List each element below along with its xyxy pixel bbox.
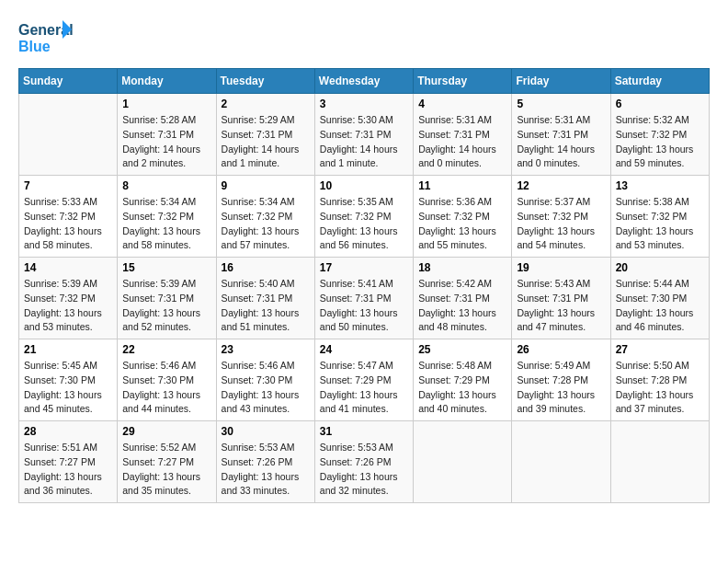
day-info: Sunrise: 5:34 AM Sunset: 7:32 PM Dayligh…: [222, 195, 310, 253]
weekday-header-friday: Friday: [512, 69, 610, 94]
calendar-cell: 9Sunrise: 5:34 AM Sunset: 7:32 PM Daylig…: [216, 176, 314, 258]
weekday-header-tuesday: Tuesday: [216, 69, 314, 94]
day-info: Sunrise: 5:53 AM Sunset: 7:26 PM Dayligh…: [222, 441, 310, 499]
day-number: 8: [122, 179, 210, 192]
day-number: 16: [222, 261, 310, 274]
day-info: Sunrise: 5:47 AM Sunset: 7:29 PM Dayligh…: [320, 359, 408, 417]
day-number: 15: [122, 261, 210, 274]
day-info: Sunrise: 5:53 AM Sunset: 7:26 PM Dayligh…: [320, 441, 408, 499]
calendar-cell: 10Sunrise: 5:35 AM Sunset: 7:32 PM Dayli…: [314, 176, 413, 258]
day-info: Sunrise: 5:46 AM Sunset: 7:30 PM Dayligh…: [222, 359, 310, 417]
day-info: Sunrise: 5:46 AM Sunset: 7:30 PM Dayligh…: [122, 359, 210, 417]
day-number: 26: [517, 343, 605, 356]
calendar-cell: [19, 94, 118, 176]
day-number: 29: [122, 425, 210, 438]
calendar-cell: 13Sunrise: 5:38 AM Sunset: 7:32 PM Dayli…: [610, 176, 709, 258]
calendar-cell: [414, 421, 512, 503]
day-number: 12: [517, 179, 605, 192]
day-number: 14: [24, 261, 112, 274]
calendar-table: SundayMondayTuesdayWednesdayThursdayFrid…: [18, 68, 710, 503]
calendar-cell: 18Sunrise: 5:42 AM Sunset: 7:31 PM Dayli…: [414, 258, 512, 339]
day-number: 31: [320, 425, 408, 438]
calendar-cell: 16Sunrise: 5:40 AM Sunset: 7:31 PM Dayli…: [216, 258, 314, 339]
day-number: 9: [222, 179, 310, 192]
day-number: 7: [24, 179, 112, 192]
calendar-cell: 14Sunrise: 5:39 AM Sunset: 7:32 PM Dayli…: [19, 258, 118, 339]
calendar-week-1: 1Sunrise: 5:28 AM Sunset: 7:31 PM Daylig…: [19, 94, 710, 176]
svg-text:Blue: Blue: [18, 39, 51, 54]
day-info: Sunrise: 5:50 AM Sunset: 7:28 PM Dayligh…: [616, 359, 704, 417]
calendar-cell: 23Sunrise: 5:46 AM Sunset: 7:30 PM Dayli…: [216, 339, 314, 421]
calendar-cell: 3Sunrise: 5:30 AM Sunset: 7:31 PM Daylig…: [314, 94, 413, 176]
day-number: 18: [418, 261, 506, 274]
day-info: Sunrise: 5:28 AM Sunset: 7:31 PM Dayligh…: [122, 113, 210, 171]
day-number: 4: [418, 98, 506, 110]
calendar-cell: 4Sunrise: 5:31 AM Sunset: 7:31 PM Daylig…: [414, 94, 512, 176]
weekday-header-row: SundayMondayTuesdayWednesdayThursdayFrid…: [19, 69, 710, 94]
calendar-cell: 27Sunrise: 5:50 AM Sunset: 7:28 PM Dayli…: [610, 339, 709, 421]
calendar-cell: 12Sunrise: 5:37 AM Sunset: 7:32 PM Dayli…: [512, 176, 610, 258]
calendar-week-4: 21Sunrise: 5:45 AM Sunset: 7:30 PM Dayli…: [19, 339, 710, 421]
calendar-cell: 1Sunrise: 5:28 AM Sunset: 7:31 PM Daylig…: [118, 94, 216, 176]
calendar-cell: 20Sunrise: 5:44 AM Sunset: 7:30 PM Dayli…: [610, 258, 709, 339]
logo-svg: GeneralBlue: [18, 18, 74, 59]
day-info: Sunrise: 5:39 AM Sunset: 7:31 PM Dayligh…: [122, 277, 210, 335]
calendar-cell: 25Sunrise: 5:48 AM Sunset: 7:29 PM Dayli…: [414, 339, 512, 421]
day-info: Sunrise: 5:35 AM Sunset: 7:32 PM Dayligh…: [320, 195, 408, 253]
day-info: Sunrise: 5:33 AM Sunset: 7:32 PM Dayligh…: [24, 195, 112, 253]
day-info: Sunrise: 5:44 AM Sunset: 7:30 PM Dayligh…: [616, 277, 704, 335]
day-info: Sunrise: 5:39 AM Sunset: 7:32 PM Dayligh…: [24, 277, 112, 335]
day-info: Sunrise: 5:49 AM Sunset: 7:28 PM Dayligh…: [517, 359, 605, 417]
calendar-cell: 26Sunrise: 5:49 AM Sunset: 7:28 PM Dayli…: [512, 339, 610, 421]
calendar-cell: 2Sunrise: 5:29 AM Sunset: 7:31 PM Daylig…: [216, 94, 314, 176]
weekday-header-saturday: Saturday: [610, 69, 709, 94]
day-number: 3: [320, 98, 408, 110]
day-number: 30: [222, 425, 310, 438]
day-info: Sunrise: 5:41 AM Sunset: 7:31 PM Dayligh…: [320, 277, 408, 335]
calendar-cell: 28Sunrise: 5:51 AM Sunset: 7:27 PM Dayli…: [19, 421, 118, 503]
day-info: Sunrise: 5:51 AM Sunset: 7:27 PM Dayligh…: [24, 441, 112, 499]
calendar-cell: 7Sunrise: 5:33 AM Sunset: 7:32 PM Daylig…: [19, 176, 118, 258]
calendar-cell: 29Sunrise: 5:52 AM Sunset: 7:27 PM Dayli…: [118, 421, 216, 503]
calendar-week-5: 28Sunrise: 5:51 AM Sunset: 7:27 PM Dayli…: [19, 421, 710, 503]
day-info: Sunrise: 5:34 AM Sunset: 7:32 PM Dayligh…: [122, 195, 210, 253]
calendar-cell: 22Sunrise: 5:46 AM Sunset: 7:30 PM Dayli…: [118, 339, 216, 421]
calendar-cell: 6Sunrise: 5:32 AM Sunset: 7:32 PM Daylig…: [610, 94, 709, 176]
day-info: Sunrise: 5:31 AM Sunset: 7:31 PM Dayligh…: [517, 113, 605, 171]
weekday-header-thursday: Thursday: [414, 69, 512, 94]
day-number: 6: [616, 98, 704, 110]
day-info: Sunrise: 5:37 AM Sunset: 7:32 PM Dayligh…: [517, 195, 605, 253]
day-number: 17: [320, 261, 408, 274]
day-info: Sunrise: 5:29 AM Sunset: 7:31 PM Dayligh…: [222, 113, 310, 171]
weekday-header-wednesday: Wednesday: [314, 69, 413, 94]
day-number: 27: [616, 343, 704, 356]
calendar-week-2: 7Sunrise: 5:33 AM Sunset: 7:32 PM Daylig…: [19, 176, 710, 258]
day-info: Sunrise: 5:36 AM Sunset: 7:32 PM Dayligh…: [418, 195, 506, 253]
day-info: Sunrise: 5:52 AM Sunset: 7:27 PM Dayligh…: [122, 441, 210, 499]
calendar-cell: 19Sunrise: 5:43 AM Sunset: 7:31 PM Dayli…: [512, 258, 610, 339]
page-header: GeneralBlue: [18, 18, 710, 59]
calendar-cell: [512, 421, 610, 503]
day-info: Sunrise: 5:45 AM Sunset: 7:30 PM Dayligh…: [24, 359, 112, 417]
day-number: 19: [517, 261, 605, 274]
day-number: 25: [418, 343, 506, 356]
day-number: 24: [320, 343, 408, 356]
weekday-header-sunday: Sunday: [19, 69, 118, 94]
day-number: 22: [122, 343, 210, 356]
calendar-cell: 8Sunrise: 5:34 AM Sunset: 7:32 PM Daylig…: [118, 176, 216, 258]
day-number: 11: [418, 179, 506, 192]
calendar-cell: 24Sunrise: 5:47 AM Sunset: 7:29 PM Dayli…: [314, 339, 413, 421]
day-info: Sunrise: 5:32 AM Sunset: 7:32 PM Dayligh…: [616, 113, 704, 171]
calendar-cell: 15Sunrise: 5:39 AM Sunset: 7:31 PM Dayli…: [118, 258, 216, 339]
day-number: 2: [222, 98, 310, 110]
day-info: Sunrise: 5:43 AM Sunset: 7:31 PM Dayligh…: [517, 277, 605, 335]
calendar-week-3: 14Sunrise: 5:39 AM Sunset: 7:32 PM Dayli…: [19, 258, 710, 339]
calendar-cell: 21Sunrise: 5:45 AM Sunset: 7:30 PM Dayli…: [19, 339, 118, 421]
day-info: Sunrise: 5:40 AM Sunset: 7:31 PM Dayligh…: [222, 277, 310, 335]
day-info: Sunrise: 5:42 AM Sunset: 7:31 PM Dayligh…: [418, 277, 506, 335]
calendar-cell: 17Sunrise: 5:41 AM Sunset: 7:31 PM Dayli…: [314, 258, 413, 339]
day-info: Sunrise: 5:30 AM Sunset: 7:31 PM Dayligh…: [320, 113, 408, 171]
day-number: 1: [122, 98, 210, 110]
day-info: Sunrise: 5:48 AM Sunset: 7:29 PM Dayligh…: [418, 359, 506, 417]
day-number: 21: [24, 343, 112, 356]
